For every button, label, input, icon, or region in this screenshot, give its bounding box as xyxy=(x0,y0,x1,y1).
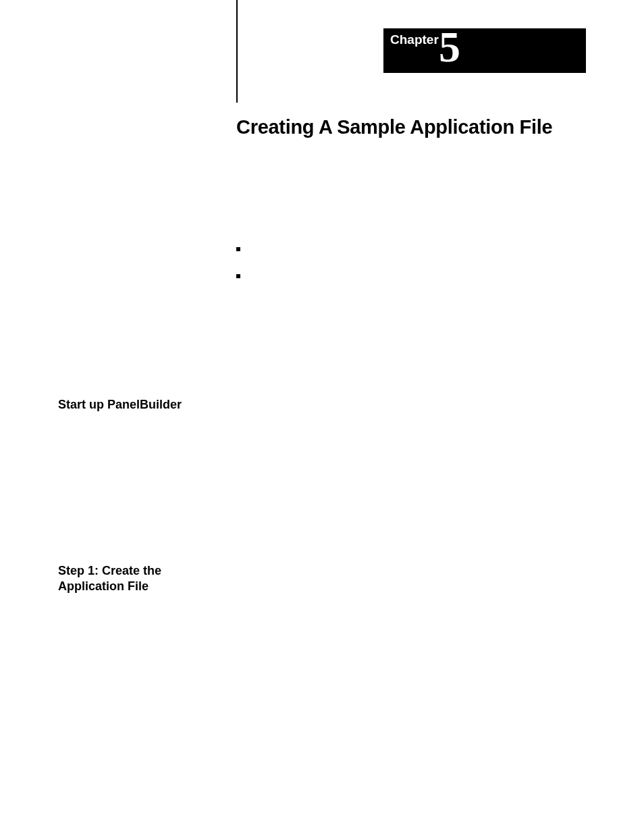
side-heading-step1: Step 1: Create the Application File xyxy=(58,563,220,594)
top-vertical-rule xyxy=(236,0,238,103)
bullet-list xyxy=(236,243,254,297)
chapter-box: Chapter 5 xyxy=(383,28,586,73)
list-item xyxy=(236,243,254,251)
bullet-icon xyxy=(236,247,240,251)
page-title: Creating A Sample Application File xyxy=(236,116,552,138)
chapter-number: 5 xyxy=(439,26,460,69)
bullet-icon xyxy=(236,274,240,278)
list-item xyxy=(236,270,254,278)
chapter-label: Chapter xyxy=(390,32,439,47)
page: Chapter 5 Creating A Sample Application … xyxy=(0,0,644,834)
side-heading-startup: Start up PanelBuilder xyxy=(58,397,220,413)
